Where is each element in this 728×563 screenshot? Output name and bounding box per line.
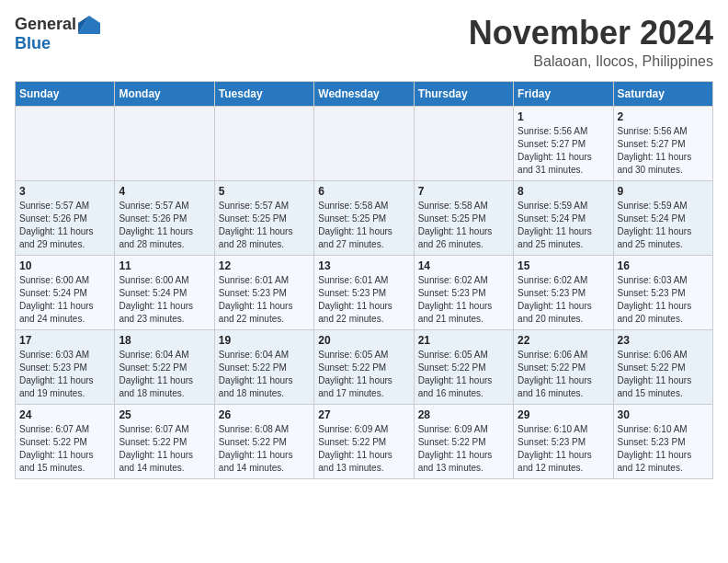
location-title: Balaoan, Ilocos, Philippines <box>469 53 713 70</box>
day-number: 17 <box>19 334 110 347</box>
day-number: 12 <box>219 259 310 272</box>
logo-icon <box>78 16 100 34</box>
day-number: 26 <box>219 408 310 421</box>
day-info: Sunrise: 6:04 AM Sunset: 5:22 PM Dayligh… <box>119 349 210 400</box>
day-number: 4 <box>119 185 210 198</box>
day-info: Sunrise: 5:58 AM Sunset: 5:25 PM Dayligh… <box>318 200 409 251</box>
calendar-day-cell: 14Sunrise: 6:02 AM Sunset: 5:23 PM Dayli… <box>414 255 513 329</box>
day-info: Sunrise: 6:06 AM Sunset: 5:22 PM Dayligh… <box>618 349 709 400</box>
day-info: Sunrise: 6:10 AM Sunset: 5:23 PM Dayligh… <box>618 423 709 475</box>
calendar-day-cell: 20Sunrise: 6:05 AM Sunset: 5:22 PM Dayli… <box>314 329 414 404</box>
day-info: Sunrise: 5:57 AM Sunset: 5:26 PM Dayligh… <box>119 200 210 251</box>
calendar-day-cell: 12Sunrise: 6:01 AM Sunset: 5:23 PM Dayli… <box>214 255 313 329</box>
day-info: Sunrise: 6:05 AM Sunset: 5:22 PM Dayligh… <box>418 349 509 400</box>
day-number: 20 <box>318 334 409 347</box>
calendar-day-cell: 29Sunrise: 6:10 AM Sunset: 5:23 PM Dayli… <box>514 404 613 478</box>
calendar-day-cell: 30Sunrise: 6:10 AM Sunset: 5:23 PM Dayli… <box>613 404 712 478</box>
day-number: 27 <box>318 408 409 421</box>
day-info: Sunrise: 6:02 AM Sunset: 5:23 PM Dayligh… <box>418 274 509 326</box>
day-number: 14 <box>418 259 509 272</box>
day-number: 16 <box>618 259 709 272</box>
day-info: Sunrise: 5:58 AM Sunset: 5:25 PM Dayligh… <box>418 200 509 251</box>
calendar-week-row: 24Sunrise: 6:07 AM Sunset: 5:22 PM Dayli… <box>16 404 713 478</box>
day-number: 11 <box>119 259 210 272</box>
calendar-day-cell: 13Sunrise: 6:01 AM Sunset: 5:23 PM Dayli… <box>314 255 414 329</box>
calendar-weekday-header: Sunday <box>16 81 115 106</box>
calendar-day-cell <box>414 106 513 180</box>
day-number: 22 <box>518 334 609 347</box>
day-info: Sunrise: 5:57 AM Sunset: 5:26 PM Dayligh… <box>19 200 110 251</box>
month-title: November 2024 <box>469 15 713 52</box>
day-info: Sunrise: 5:56 AM Sunset: 5:27 PM Dayligh… <box>618 125 709 177</box>
calendar-day-cell <box>214 106 313 180</box>
calendar-day-cell: 2Sunrise: 5:56 AM Sunset: 5:27 PM Daylig… <box>613 106 712 180</box>
day-info: Sunrise: 6:00 AM Sunset: 5:24 PM Dayligh… <box>119 274 210 326</box>
calendar-weekday-header: Thursday <box>414 81 513 106</box>
day-number: 10 <box>19 259 110 272</box>
day-number: 29 <box>518 408 609 421</box>
day-number: 28 <box>418 408 509 421</box>
calendar-day-cell <box>314 106 414 180</box>
calendar-day-cell: 8Sunrise: 5:59 AM Sunset: 5:24 PM Daylig… <box>514 180 613 255</box>
calendar-day-cell: 26Sunrise: 6:08 AM Sunset: 5:22 PM Dayli… <box>214 404 313 478</box>
calendar-weekday-header: Saturday <box>613 81 712 106</box>
logo-general-text: General <box>15 15 76 34</box>
day-number: 5 <box>219 185 310 198</box>
calendar-day-cell: 22Sunrise: 6:06 AM Sunset: 5:22 PM Dayli… <box>514 329 613 404</box>
day-number: 8 <box>518 185 609 198</box>
calendar-week-row: 17Sunrise: 6:03 AM Sunset: 5:23 PM Dayli… <box>16 329 713 404</box>
calendar-day-cell: 15Sunrise: 6:02 AM Sunset: 5:23 PM Dayli… <box>514 255 613 329</box>
day-info: Sunrise: 5:56 AM Sunset: 5:27 PM Dayligh… <box>518 125 609 177</box>
day-info: Sunrise: 6:01 AM Sunset: 5:23 PM Dayligh… <box>318 274 409 326</box>
day-info: Sunrise: 6:09 AM Sunset: 5:22 PM Dayligh… <box>418 423 509 475</box>
day-number: 25 <box>119 408 210 421</box>
day-number: 30 <box>618 408 709 421</box>
day-info: Sunrise: 5:59 AM Sunset: 5:24 PM Dayligh… <box>618 200 709 251</box>
calendar-day-cell: 25Sunrise: 6:07 AM Sunset: 5:22 PM Dayli… <box>115 404 214 478</box>
calendar-day-cell: 1Sunrise: 5:56 AM Sunset: 5:27 PM Daylig… <box>514 106 613 180</box>
calendar-weekday-header: Monday <box>115 81 214 106</box>
day-info: Sunrise: 6:08 AM Sunset: 5:22 PM Dayligh… <box>219 423 310 475</box>
day-info: Sunrise: 6:07 AM Sunset: 5:22 PM Dayligh… <box>119 423 210 475</box>
calendar-day-cell: 21Sunrise: 6:05 AM Sunset: 5:22 PM Dayli… <box>414 329 513 404</box>
calendar-day-cell: 17Sunrise: 6:03 AM Sunset: 5:23 PM Dayli… <box>16 329 115 404</box>
day-info: Sunrise: 6:00 AM Sunset: 5:24 PM Dayligh… <box>19 274 110 326</box>
calendar-week-row: 10Sunrise: 6:00 AM Sunset: 5:24 PM Dayli… <box>16 255 713 329</box>
day-number: 19 <box>219 334 310 347</box>
calendar-day-cell: 28Sunrise: 6:09 AM Sunset: 5:22 PM Dayli… <box>414 404 513 478</box>
day-info: Sunrise: 6:06 AM Sunset: 5:22 PM Dayligh… <box>518 349 609 400</box>
day-number: 13 <box>318 259 409 272</box>
day-info: Sunrise: 6:03 AM Sunset: 5:23 PM Dayligh… <box>19 349 110 400</box>
day-info: Sunrise: 6:01 AM Sunset: 5:23 PM Dayligh… <box>219 274 310 326</box>
calendar-header-row: SundayMondayTuesdayWednesdayThursdayFrid… <box>16 81 713 106</box>
day-number: 7 <box>418 185 509 198</box>
calendar-day-cell: 18Sunrise: 6:04 AM Sunset: 5:22 PM Dayli… <box>115 329 214 404</box>
calendar-day-cell <box>16 106 115 180</box>
calendar-day-cell: 10Sunrise: 6:00 AM Sunset: 5:24 PM Dayli… <box>16 255 115 329</box>
calendar-day-cell: 4Sunrise: 5:57 AM Sunset: 5:26 PM Daylig… <box>115 180 214 255</box>
calendar-day-cell: 16Sunrise: 6:03 AM Sunset: 5:23 PM Dayli… <box>613 255 712 329</box>
day-info: Sunrise: 6:07 AM Sunset: 5:22 PM Dayligh… <box>19 423 110 475</box>
day-info: Sunrise: 5:57 AM Sunset: 5:25 PM Dayligh… <box>219 200 310 251</box>
calendar-weekday-header: Wednesday <box>314 81 414 106</box>
day-info: Sunrise: 6:02 AM Sunset: 5:23 PM Dayligh… <box>518 274 609 326</box>
calendar-day-cell: 5Sunrise: 5:57 AM Sunset: 5:25 PM Daylig… <box>214 180 313 255</box>
calendar-week-row: 1Sunrise: 5:56 AM Sunset: 5:27 PM Daylig… <box>16 106 713 180</box>
calendar-table: SundayMondayTuesdayWednesdayThursdayFrid… <box>15 81 713 479</box>
day-number: 23 <box>618 334 709 347</box>
day-number: 2 <box>618 110 709 123</box>
calendar-day-cell: 6Sunrise: 5:58 AM Sunset: 5:25 PM Daylig… <box>314 180 414 255</box>
day-number: 24 <box>19 408 110 421</box>
day-number: 18 <box>119 334 210 347</box>
logo-blue-text: Blue <box>15 34 51 53</box>
calendar-day-cell <box>115 106 214 180</box>
calendar-day-cell: 23Sunrise: 6:06 AM Sunset: 5:22 PM Dayli… <box>613 329 712 404</box>
day-info: Sunrise: 6:04 AM Sunset: 5:22 PM Dayligh… <box>219 349 310 400</box>
calendar-week-row: 3Sunrise: 5:57 AM Sunset: 5:26 PM Daylig… <box>16 180 713 255</box>
day-number: 15 <box>518 259 609 272</box>
day-number: 9 <box>618 185 709 198</box>
calendar-day-cell: 3Sunrise: 5:57 AM Sunset: 5:26 PM Daylig… <box>16 180 115 255</box>
calendar-day-cell: 11Sunrise: 6:00 AM Sunset: 5:24 PM Dayli… <box>115 255 214 329</box>
day-info: Sunrise: 6:05 AM Sunset: 5:22 PM Dayligh… <box>318 349 409 400</box>
calendar-day-cell: 9Sunrise: 5:59 AM Sunset: 5:24 PM Daylig… <box>613 180 712 255</box>
